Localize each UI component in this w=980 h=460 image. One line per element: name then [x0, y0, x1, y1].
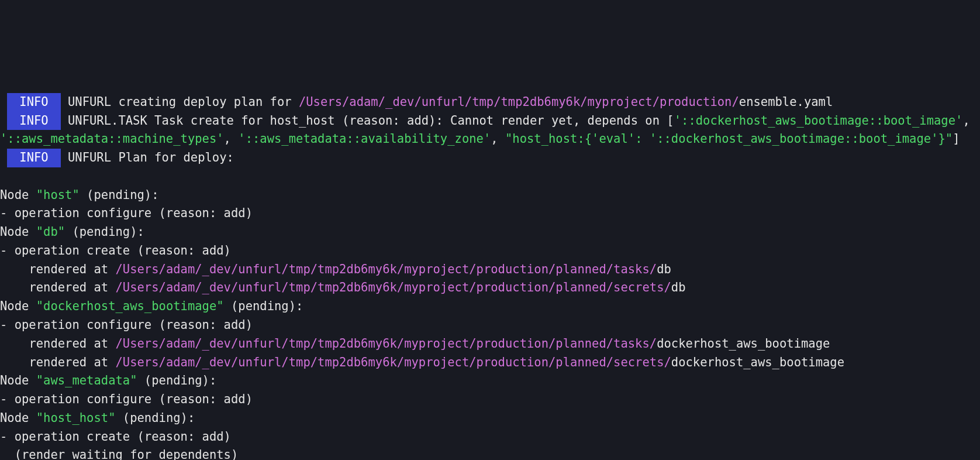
filename: db [671, 280, 686, 294]
log-level-badge: INFO [7, 93, 60, 112]
node-header: Node "dockerhost_aws_bootimage" (pending… [0, 299, 303, 313]
node-name: "host" [36, 188, 80, 202]
operation-line: - operation configure (reason: add) [0, 318, 253, 332]
log-level-badge: INFO [7, 112, 60, 131]
operation-line: - operation configure (reason: add) [0, 206, 253, 220]
log-msg: UNFURL creating deploy plan for [68, 95, 299, 109]
log-level-badge: INFO [7, 149, 60, 167]
node-name: "dockerhost_aws_bootimage" [36, 299, 224, 313]
path: /Users/adam/_dev/unfurl/tmp/tmp2db6my6k/… [115, 280, 671, 294]
dep: '::aws_metadata::availability_zone' [238, 132, 491, 146]
path: /Users/adam/_dev/unfurl/tmp/tmp2db6my6k/… [115, 337, 657, 351]
dep: '::dockerhost_aws_bootimage::boot_image' [674, 114, 963, 128]
operation-line: - operation configure (reason: add) [0, 392, 253, 406]
log-msg: UNFURL.TASK Task create for host_host (r… [68, 114, 674, 128]
node-header: Node "host_host" (pending): [0, 411, 195, 425]
operation-line: - operation create (reason: add) [0, 430, 231, 444]
operation-note: (render waiting for dependents) [0, 448, 238, 460]
filename: dockerhost_aws_bootimage [657, 337, 830, 351]
filename: db [657, 262, 671, 276]
dep: "host_host:{'eval': '::dockerhost_aws_bo… [505, 132, 953, 146]
rendered-line: rendered at /Users/adam/_dev/unfurl/tmp/… [0, 337, 830, 351]
path: /Users/adam/_dev/unfurl/tmp/tmp2db6my6k/… [299, 95, 739, 109]
node-name: "aws_metadata" [36, 373, 137, 387]
rendered-line: rendered at /Users/adam/_dev/unfurl/tmp/… [0, 262, 671, 276]
filename: ensemble.yaml [739, 95, 833, 109]
bracket: ] [953, 132, 960, 146]
path: /Users/adam/_dev/unfurl/tmp/tmp2db6my6k/… [115, 355, 671, 369]
filename: dockerhost_aws_bootimage [671, 355, 844, 369]
dep: '::aws_metadata::machine_types' [0, 132, 224, 146]
node-header: Node "aws_metadata" (pending): [0, 373, 216, 387]
node-name: "db" [36, 225, 65, 239]
rendered-line: rendered at /Users/adam/_dev/unfurl/tmp/… [0, 280, 686, 294]
node-header: Node "db" (pending): [0, 225, 144, 239]
terminal-output: INFOUNFURL creating deploy plan for /Use… [0, 74, 980, 460]
path: /Users/adam/_dev/unfurl/tmp/tmp2db6my6k/… [115, 262, 657, 276]
log-msg: UNFURL Plan for deploy: [68, 150, 234, 164]
node-header: Node "host" (pending): [0, 188, 159, 202]
operation-line: - operation create (reason: add) [0, 243, 231, 258]
rendered-line: rendered at /Users/adam/_dev/unfurl/tmp/… [0, 355, 844, 369]
node-name: "host_host" [36, 411, 116, 425]
